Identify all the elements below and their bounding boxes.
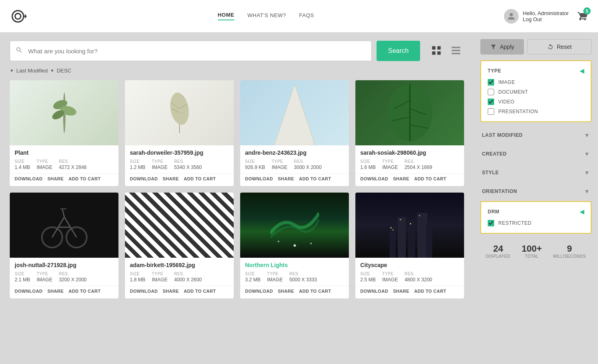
svg-point-0 (12, 11, 24, 22)
main-nav: HOME WHAT'S NEW? FAQS (218, 12, 314, 20)
download-button[interactable]: DOWNLOAD (15, 176, 42, 181)
nav-home[interactable]: HOME (218, 12, 234, 20)
created-chevron: ▼ (584, 151, 590, 157)
add-to-cart-button[interactable]: ADD TO CART (299, 289, 331, 294)
apply-filter-button[interactable]: Apply (480, 39, 524, 55)
download-button[interactable]: DOWNLOAD (15, 289, 42, 294)
image-label[interactable]: IMAGE (498, 79, 515, 85)
sort-bar: ▼ Last Modified ▼ DESC (10, 68, 464, 74)
svg-marker-14 (274, 84, 315, 145)
share-button[interactable]: SHARE (393, 289, 409, 294)
add-to-cart-button[interactable]: ADD TO CART (68, 289, 101, 294)
drm-filter-title: DRM ◀ (488, 208, 584, 215)
style-filter-title[interactable]: STYLE ▼ (482, 169, 590, 176)
image-checkbox[interactable] (488, 79, 494, 86)
media-actions: DOWNLOAD SHARE ADD TO CART (240, 286, 349, 298)
video-label[interactable]: VIDEO (498, 99, 515, 105)
svg-rect-41 (410, 223, 411, 224)
created-filter-section: CREATED ▼ (480, 145, 591, 163)
svg-point-1 (15, 13, 21, 19)
checkbox-item-image: IMAGE (488, 79, 584, 86)
drm-filter-section: DRM ◀ Restricted (480, 201, 591, 234)
media-actions: DOWNLOAD SHARE ADD TO CART (125, 173, 234, 186)
add-to-cart-button[interactable]: ADD TO CART (414, 289, 446, 294)
nav-whats-new[interactable]: WHAT'S NEW? (248, 12, 286, 20)
share-button[interactable]: SHARE (278, 176, 294, 181)
download-button[interactable]: DOWNLOAD (360, 289, 388, 294)
style-filter-section: STYLE ▼ (480, 164, 591, 182)
media-card: andre-benz-243623.jpg SIZE926.9 KB TYPEI… (240, 80, 349, 186)
user-info: Hello, Administrator Log Out (504, 9, 569, 24)
avatar (504, 9, 519, 24)
download-button[interactable]: DOWNLOAD (360, 176, 388, 181)
share-button[interactable]: SHARE (162, 289, 179, 294)
share-button[interactable]: SHARE (278, 289, 294, 294)
sort-field-select[interactable]: Last Modified (16, 68, 48, 74)
download-button[interactable]: DOWNLOAD (245, 289, 273, 294)
add-to-cart-button[interactable]: ADD TO CART (184, 176, 216, 181)
document-label[interactable]: DOCUMENT (498, 89, 528, 95)
svg-rect-35 (408, 221, 415, 258)
document-checkbox[interactable] (488, 89, 494, 95)
share-button[interactable]: SHARE (393, 176, 409, 181)
last-modified-filter-title[interactable]: LAST MODIFIED ▼ (482, 132, 590, 138)
cart-icon[interactable]: 5 (577, 10, 588, 23)
sort-order-select[interactable]: DESC (57, 68, 71, 74)
search-bar: Search (10, 41, 464, 61)
main-layout: Search ▼ Last Modified ▼ DESC (0, 33, 598, 307)
sort-arrow-order: ▼ (50, 68, 54, 73)
presentation-label[interactable]: PRESENTATION (498, 109, 538, 114)
media-title: josh-nuttall-271928.jpg (10, 258, 118, 270)
media-title: Cityscape (355, 258, 464, 270)
cart-badge: 5 (583, 7, 591, 15)
add-to-cart-button[interactable]: ADD TO CART (414, 176, 446, 181)
media-title: sarah-dorweiler-357959.jpg (125, 145, 234, 158)
type-filter-caret: ◀ (580, 68, 585, 74)
media-actions: DOWNLOAD SHARE ADD TO CART (10, 173, 118, 186)
add-to-cart-button[interactable]: ADD TO CART (68, 176, 101, 181)
media-thumbnail (240, 80, 349, 145)
last-modified-filter-section: LAST MODIFIED ▼ (480, 126, 591, 144)
media-title: adam-birkett-195692.jpg (125, 258, 234, 270)
svg-rect-37 (426, 223, 432, 258)
media-meta: SIZE1.8 MB TYPEIMAGE RES.4000 X 2600 (125, 270, 234, 286)
header-right: Hello, Administrator Log Out 5 (504, 9, 588, 24)
media-thumbnail (125, 193, 234, 258)
style-chevron: ▼ (584, 169, 590, 176)
stats-bar: 24 DISPLAYED 100+ TOTAL 9 MILLISECONDS (480, 238, 591, 259)
grid-view-button[interactable] (428, 42, 445, 60)
download-button[interactable]: DOWNLOAD (130, 289, 158, 294)
add-to-cart-button[interactable]: ADD TO CART (299, 176, 331, 181)
search-button[interactable]: Search (377, 41, 420, 61)
share-button[interactable]: SHARE (47, 289, 64, 294)
reset-filter-button[interactable]: Reset (527, 39, 591, 55)
restricted-label[interactable]: Restricted (498, 220, 532, 226)
logout-link[interactable]: Log Out (523, 16, 569, 22)
download-button[interactable]: DOWNLOAD (130, 176, 158, 181)
media-thumbnail (10, 80, 118, 145)
media-card: Cityscape SIZE2.5 MB TYPEIMAGE RES.4800 … (355, 193, 464, 298)
media-actions: DOWNLOAD SHARE ADD TO CART (125, 286, 234, 298)
video-checkbox[interactable] (488, 99, 494, 105)
logo[interactable] (10, 7, 28, 25)
download-button[interactable]: DOWNLOAD (245, 176, 273, 181)
header: HOME WHAT'S NEW? FAQS Hello, Administrat… (0, 0, 598, 33)
search-input-wrap (10, 41, 372, 61)
share-button[interactable]: SHARE (47, 176, 64, 181)
presentation-checkbox[interactable] (488, 108, 494, 115)
list-view-button[interactable] (448, 42, 464, 60)
orientation-filter-title[interactable]: ORIENTATION ▼ (482, 188, 590, 195)
media-title: sarah-sosiak-298060.jpg (355, 145, 464, 158)
created-filter-title[interactable]: CREATED ▼ (482, 151, 590, 157)
media-thumbnail (355, 80, 464, 145)
media-thumbnail (125, 80, 234, 145)
search-input[interactable] (10, 41, 372, 61)
add-to-cart-button[interactable]: ADD TO CART (184, 289, 216, 294)
media-actions: DOWNLOAD SHARE ADD TO CART (10, 286, 118, 298)
share-button[interactable]: SHARE (162, 176, 179, 181)
media-title: Plant (10, 145, 118, 158)
restricted-checkbox[interactable] (488, 220, 494, 226)
media-card: sarah-dorweiler-357959.jpg SIZE1.2 MB TY… (125, 80, 234, 186)
svg-point-30 (294, 244, 296, 247)
nav-faqs[interactable]: FAQS (299, 12, 314, 20)
